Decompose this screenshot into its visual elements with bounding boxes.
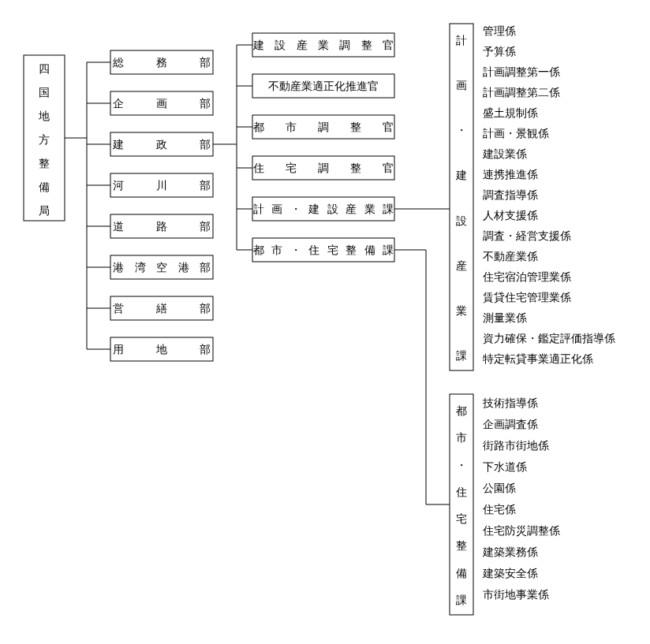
sub-label: 調 xyxy=(318,121,329,133)
dept-label: 路 xyxy=(156,220,167,233)
section-header-char: 産 xyxy=(456,259,467,272)
sub-label: 課 xyxy=(383,244,394,256)
sub-label: 都 xyxy=(253,121,264,133)
list-item: 計画・景観係 xyxy=(483,127,549,140)
list-item: 建設業係 xyxy=(482,147,527,160)
section-header-char: 課 xyxy=(456,594,467,606)
sub-label: 不動産業適正化推進官 xyxy=(268,80,379,92)
sub-label: 建 xyxy=(252,39,264,51)
dept-label: 部 xyxy=(200,56,211,69)
dept-label: 繕 xyxy=(155,302,167,315)
dept-label: 建 xyxy=(112,138,124,151)
dept-label: 務 xyxy=(156,56,167,69)
section-header-char: 画 xyxy=(456,79,467,91)
root-char: 四 xyxy=(39,62,50,75)
section-header-char: 課 xyxy=(456,349,467,362)
dept-label: 企 xyxy=(113,97,124,110)
list-item: 調査指導係 xyxy=(483,188,538,201)
dept-label: 部 xyxy=(200,302,211,315)
sub-label: 官 xyxy=(383,121,394,133)
list-item: 建築安全係 xyxy=(482,567,538,579)
list-item: 公園係 xyxy=(483,482,516,494)
list-item: 特定転貸事業適正化係 xyxy=(483,352,593,365)
sub-label: 設 xyxy=(327,203,338,215)
sub-label: 備 xyxy=(364,244,375,256)
sub-label: ・ xyxy=(290,203,301,215)
list-item: 賃貸住宅管理業係 xyxy=(483,291,571,303)
sub-label: 整 xyxy=(361,39,372,51)
sub-label: 住 xyxy=(252,162,264,174)
dept-label: 港 xyxy=(113,261,124,274)
sub-label: 市 xyxy=(271,244,282,256)
dept-label: 部 xyxy=(200,220,211,233)
root-char: 地 xyxy=(38,110,50,122)
dept-label: 湾 xyxy=(135,261,146,274)
root-char: 局 xyxy=(39,204,50,217)
dept-label: 部 xyxy=(200,343,211,356)
section-header-box xyxy=(450,394,473,615)
dept-label: 用 xyxy=(113,343,124,356)
section-header-char: 整 xyxy=(456,539,467,552)
sub-label: 官 xyxy=(383,39,394,51)
dept-label: 政 xyxy=(156,138,167,151)
sub-label: 建 xyxy=(308,203,319,215)
dept-label: 川 xyxy=(156,179,167,192)
org-chart: 総務部企画部建政部河川部道路部港湾空港部営繕部用地部 建設産業調整官不動産業適正… xyxy=(0,0,650,644)
section-header-char: ・ xyxy=(456,124,467,136)
sub-label: 調 xyxy=(318,162,329,174)
sub-label: 画 xyxy=(271,203,282,215)
sub-label: 宅 xyxy=(286,162,297,174)
dept-label: 総 xyxy=(112,56,124,69)
list-item: 下水道係 xyxy=(483,460,527,473)
list-item: 不動産業係 xyxy=(483,250,538,262)
list-item: 連携推進係 xyxy=(483,168,538,181)
connector xyxy=(394,250,450,504)
section-header-char: 建 xyxy=(455,169,467,181)
section-header-char: 設 xyxy=(456,214,467,227)
section-header-box xyxy=(450,24,473,370)
dept-label: 画 xyxy=(156,97,167,110)
dept-label: 空 xyxy=(156,261,167,274)
sub-label: 調 xyxy=(339,39,350,51)
dept-label: 部 xyxy=(200,97,211,110)
sub-label: 産 xyxy=(297,39,308,51)
section-header-char: 備 xyxy=(456,567,467,579)
section-header-char: 業 xyxy=(456,304,467,317)
list-item: 技術指導係 xyxy=(482,396,538,409)
dept-label: 営 xyxy=(113,302,124,315)
sub-label: 整 xyxy=(350,121,361,133)
section-header-char: 宅 xyxy=(456,512,467,525)
sub-label: 計 xyxy=(253,203,264,215)
root-char: 方 xyxy=(39,133,50,146)
section-header-char: 都 xyxy=(456,404,467,417)
section-header-char: 住 xyxy=(455,486,467,498)
list-item: 予算係 xyxy=(483,45,516,58)
list-item: 計画調整第二係 xyxy=(483,86,560,99)
sub-label: 業 xyxy=(364,203,375,215)
sub-label: ・ xyxy=(290,244,301,256)
dept-label: 道 xyxy=(113,220,124,233)
sub-label: 設 xyxy=(275,39,286,51)
dept-label: 部 xyxy=(200,261,211,274)
list-item: 住宅宿泊管理業係 xyxy=(482,270,571,283)
sub-label: 整 xyxy=(350,162,361,174)
list-item: 住宅防災調整係 xyxy=(482,524,560,537)
list-item: 市街地事業係 xyxy=(483,588,549,601)
sub-label: 住 xyxy=(308,244,319,256)
sub-label: 課 xyxy=(383,203,394,215)
list-item: 測量業係 xyxy=(483,311,527,324)
list-item: 管理係 xyxy=(483,24,516,37)
list-item: 街路市街地係 xyxy=(483,439,549,452)
sub-label: 市 xyxy=(286,121,297,133)
list-item: 計画調整第一係 xyxy=(483,65,560,78)
dept-label: 部 xyxy=(200,179,211,192)
sub-label: 宅 xyxy=(327,244,338,256)
list-item: 調査・経営支援係 xyxy=(483,229,571,242)
root-char: 国 xyxy=(39,86,50,99)
dept-label: 港 xyxy=(178,261,189,274)
sub-label: 都 xyxy=(253,244,264,256)
section-header-char: 市 xyxy=(456,431,467,444)
list-item: 人材支援係 xyxy=(483,209,538,221)
sub-label: 産 xyxy=(346,203,357,215)
sub-label: 官 xyxy=(383,162,394,174)
